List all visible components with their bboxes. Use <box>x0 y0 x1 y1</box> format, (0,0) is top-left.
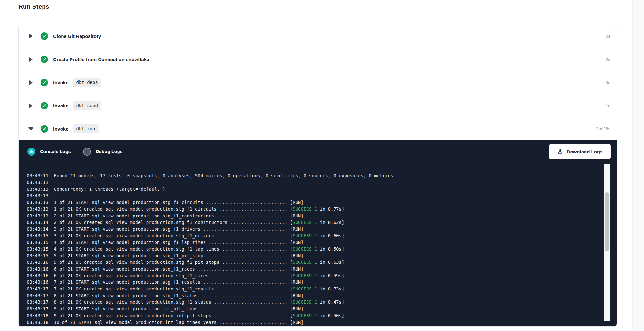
log-success-status: SUCCESS 1 <box>293 313 317 318</box>
log-scrollbar-track[interactable] <box>604 164 610 321</box>
expand-caret-icon[interactable] <box>29 104 33 108</box>
log-line: 03:43:16 7 of 21 START sql view model pr… <box>27 279 617 286</box>
step-row[interactable]: Invokedbt seed1s <box>19 94 617 117</box>
log-scrollbar-thumb[interactable] <box>605 192 609 251</box>
download-icon <box>557 149 563 155</box>
log-line: 03:43:16 6 of 21 START sql view model pr… <box>27 266 617 272</box>
expand-caret-icon[interactable] <box>29 80 33 85</box>
log-line: 03:43:16 5 of 21 OK created sql view mod… <box>27 259 617 266</box>
log-line: 03:43:15 4 of 21 OK created sql view mod… <box>27 246 617 253</box>
log-line: 03:43:14 3 of 21 START sql view model pr… <box>27 226 617 233</box>
log-success-status: SUCCESS 1 <box>293 273 317 278</box>
log-line: 03:43:11 Found 21 models, 17 tests, 0 sn… <box>27 172 617 179</box>
page-title: Run Steps <box>18 3 49 10</box>
log-line: 03:43:14 2 of 21 OK created sql view mod… <box>27 219 617 226</box>
status-success-icon <box>41 102 48 109</box>
step-duration: 0s <box>606 80 610 85</box>
console-logs-label[interactable]: Console Logs <box>40 149 71 154</box>
log-line: 03:43:15 3 of 21 OK created sql view mod… <box>27 233 617 239</box>
log-line: 03:43:13 1 of 21 START sql view model pr… <box>27 199 617 206</box>
step-row[interactable]: Create Profile from Connection snowflake… <box>19 48 617 71</box>
log-viewer[interactable]: 03:43:11 Found 21 models, 17 tests, 0 sn… <box>19 163 617 326</box>
download-logs-button[interactable]: Download Logs <box>549 144 611 159</box>
log-line: 03:43:17 8 of 21 OK created sql view mod… <box>27 299 617 306</box>
debug-logs-radio[interactable]: Debug Logs <box>83 148 123 156</box>
step-label: Create Profile from Connection snowflake <box>53 57 149 62</box>
step-label: Invoke <box>53 103 69 108</box>
step-label: Invoke <box>53 80 69 85</box>
status-success-icon <box>41 32 48 40</box>
log-line: 03:43:18 10 of 21 START sql view model p… <box>27 319 617 326</box>
step-row[interactable]: Clone Git Repository0s <box>19 24 617 48</box>
status-success-icon <box>41 56 48 63</box>
steps-card: Clone Git Repository0sCreate Profile fro… <box>18 24 617 327</box>
status-success-icon <box>41 125 48 133</box>
log-success-status: SUCCESS 1 <box>293 246 317 252</box>
console-panel: Console Logs Debug Logs Download Logs 03… <box>19 140 617 326</box>
expand-caret-icon[interactable] <box>29 57 33 62</box>
step-command-chip: dbt deps <box>73 78 101 87</box>
console-panel-header: Console Logs Debug Logs Download Logs <box>19 140 617 163</box>
log-line: 03:43:18 9 of 21 OK created sql view mod… <box>27 312 617 319</box>
log-success-status: SUCCESS 1 <box>293 260 317 265</box>
log-line: 03:43:15 5 of 21 START sql view model pr… <box>27 253 617 259</box>
log-line: 03:43:11 <box>27 179 617 186</box>
collapse-caret-icon[interactable] <box>29 127 33 131</box>
steps-list: Clone Git Repository0sCreate Profile fro… <box>19 24 617 140</box>
step-duration: 0s <box>606 57 610 62</box>
step-command-chip: dbt run <box>73 124 99 133</box>
log-success-status: SUCCESS 1 <box>293 233 317 238</box>
log-line: 03:43:13 Concurrency: 1 threads (target=… <box>27 186 617 193</box>
log-line: 03:43:19 10 of 21 OK created sql view mo… <box>27 326 617 326</box>
step-row[interactable]: Invokedbt deps0s <box>19 71 617 94</box>
step-duration: 0s <box>606 34 610 39</box>
download-logs-label: Download Logs <box>567 149 603 154</box>
step-duration: 1s <box>606 103 610 108</box>
step-label: Invoke <box>53 126 69 132</box>
radio-selected-icon[interactable] <box>27 148 35 156</box>
log-line: 03:43:13 2 of 21 START sql view model pr… <box>27 213 617 219</box>
step-row[interactable]: Invokedbt run2m 26s <box>19 117 617 140</box>
step-command-chip: dbt seed <box>73 101 101 110</box>
step-label: Clone Git Repository <box>53 33 101 39</box>
console-logs-radio[interactable]: Console Logs <box>27 148 71 156</box>
log-line: 03:43:13 1 of 21 OK created sql view mod… <box>27 206 617 213</box>
radio-unselected-icon[interactable] <box>83 148 91 156</box>
log-success-status: SUCCESS 1 <box>293 207 317 212</box>
log-line: 03:43:17 8 of 21 START sql view model pr… <box>27 292 617 299</box>
right-gutter <box>632 0 644 331</box>
log-success-status: SUCCESS 1 <box>293 299 317 305</box>
log-line: 03:43:15 4 of 21 START sql view model pr… <box>27 239 617 246</box>
log-line: 03:43:13 <box>27 192 617 199</box>
status-success-icon <box>41 79 48 86</box>
log-success-status: SUCCESS 1 <box>293 220 317 225</box>
step-duration: 2m 26s <box>596 126 610 131</box>
log-line: 03:43:16 6 of 21 OK created sql view mod… <box>27 272 617 279</box>
log-line: 03:43:17 9 of 21 START sql view model pr… <box>27 306 617 312</box>
log-line: 03:43:17 7 of 21 OK created sql view mod… <box>27 286 617 292</box>
debug-logs-label[interactable]: Debug Logs <box>96 149 123 154</box>
expand-caret-icon[interactable] <box>29 34 33 38</box>
log-success-status: SUCCESS 1 <box>293 286 317 291</box>
log-lines: 03:43:11 Found 21 models, 17 tests, 0 sn… <box>27 172 617 326</box>
